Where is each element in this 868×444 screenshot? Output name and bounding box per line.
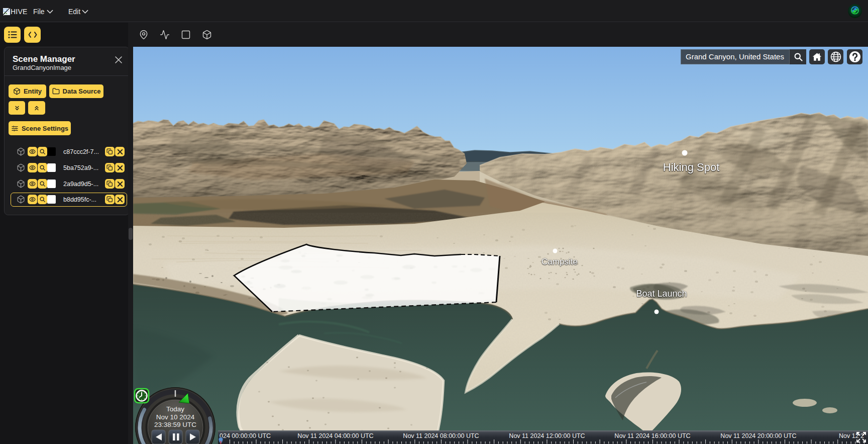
svg-text:Today: Today [166, 405, 184, 413]
svg-text:Nov 11 2024 16:00:00 UTC: Nov 11 2024 16:00:00 UTC [614, 432, 690, 439]
svg-text:Nov 10 2024: Nov 10 2024 [156, 413, 195, 421]
svg-text:Nov 12 2: Nov 12 2 [839, 432, 864, 439]
svg-text:Nov 11 2024 04:00:00 UTC: Nov 11 2024 04:00:00 UTC [297, 432, 373, 439]
svg-text:Nov 11 2024 12:00:00 UTC: Nov 11 2024 12:00:00 UTC [509, 432, 585, 439]
svg-text:Nov 11 2024 08:00:00 UTC: Nov 11 2024 08:00:00 UTC [403, 432, 479, 439]
svg-text:Nov 11 2024 20:00:00 UTC: Nov 11 2024 20:00:00 UTC [720, 432, 796, 439]
svg-text:024 00:00:00 UTC: 024 00:00:00 UTC [220, 432, 271, 439]
svg-text:23:38:59 UTC: 23:38:59 UTC [154, 421, 196, 428]
